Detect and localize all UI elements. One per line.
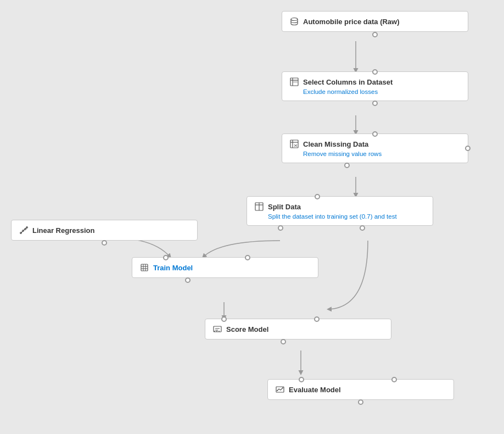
node-automobile[interactable]: Automobile price data (Raw)	[282, 11, 468, 32]
node-clean-missing[interactable]: Clean Missing Data Remove missing value …	[282, 133, 468, 163]
train-icon	[140, 263, 149, 272]
node-evaluate-model[interactable]: Evaluate Model	[267, 379, 454, 400]
svg-line-22	[20, 227, 27, 233]
dot-select-out[interactable]	[372, 101, 378, 106]
node-select-columns-subtitle: Exclude normalized losses	[290, 88, 460, 95]
dot-score-in-left[interactable]	[221, 316, 227, 322]
table-split-icon	[255, 202, 264, 211]
table-clean-icon	[290, 140, 299, 148]
dot-score-out[interactable]	[281, 339, 286, 344]
dot-clean-in[interactable]	[372, 131, 378, 137]
svg-point-36	[282, 387, 283, 388]
dot-linreg-out[interactable]	[102, 240, 107, 246]
regression-icon	[19, 226, 28, 235]
node-linear-regression[interactable]: Linear Regression	[11, 220, 198, 241]
node-score-model-title: Score Model	[226, 325, 268, 333]
node-split-data[interactable]: Split Data Split the dataset into traini…	[247, 196, 433, 226]
svg-rect-9	[293, 81, 298, 83]
pipeline-canvas[interactable]: Automobile price data (Raw) Select Colum…	[0, 0, 504, 434]
svg-point-31	[214, 331, 215, 332]
dot-score-in-right[interactable]	[314, 316, 320, 322]
score-icon	[213, 325, 222, 333]
svg-point-33	[219, 331, 220, 332]
database-icon	[290, 17, 299, 26]
dot-automobile-out[interactable]	[372, 32, 378, 37]
node-split-data-subtitle: Split the dataset into training set (0.7…	[255, 213, 425, 220]
dot-split-out-left[interactable]	[278, 225, 283, 231]
node-automobile-title: Automobile price data (Raw)	[303, 18, 400, 26]
table-select-icon	[290, 77, 299, 86]
dot-clean-out-left[interactable]	[344, 163, 350, 168]
dot-split-out-right[interactable]	[360, 225, 365, 231]
svg-point-35	[277, 390, 278, 391]
evaluate-icon	[276, 385, 284, 394]
node-clean-missing-subtitle: Remove missing value rows	[290, 151, 460, 157]
dot-split-in[interactable]	[315, 194, 320, 199]
svg-rect-23	[141, 264, 148, 271]
node-linear-regression-title: Linear Regression	[32, 226, 94, 235]
dot-train-in-right[interactable]	[245, 255, 250, 260]
dot-evaluate-in-right[interactable]	[391, 377, 397, 382]
dot-train-in-left[interactable]	[163, 255, 169, 260]
node-select-columns[interactable]: Select Columns in Dataset Exclude normal…	[282, 71, 468, 101]
dot-train-out[interactable]	[185, 277, 191, 283]
node-split-data-title: Split Data	[268, 203, 301, 211]
node-train-model[interactable]: Train Model	[132, 257, 318, 278]
dot-evaluate-in-left[interactable]	[299, 377, 304, 382]
svg-point-32	[216, 331, 217, 332]
node-evaluate-model-title: Evaluate Model	[289, 386, 341, 394]
dot-evaluate-out[interactable]	[358, 399, 363, 405]
dot-clean-out-right[interactable]	[465, 146, 471, 151]
dot-select-in[interactable]	[372, 69, 378, 75]
svg-point-5	[291, 18, 298, 21]
node-clean-missing-title: Clean Missing Data	[303, 140, 368, 148]
node-select-columns-title: Select Columns in Dataset	[303, 78, 393, 86]
node-score-model[interactable]: Score Model	[205, 319, 391, 340]
node-train-model-title: Train Model	[153, 264, 193, 272]
